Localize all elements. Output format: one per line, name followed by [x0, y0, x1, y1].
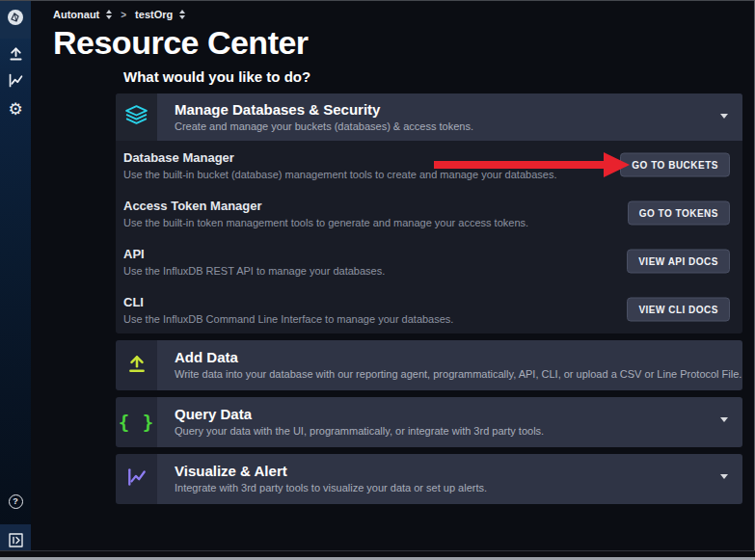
page-title: Resource Center — [53, 23, 755, 62]
section-header-main: Manage Databases & Security Create and m… — [157, 93, 742, 141]
section-icon-cell — [116, 93, 157, 141]
go-to-buckets-button[interactable]: GO TO BUCKETS — [620, 153, 730, 177]
row-title: CLI — [123, 295, 598, 309]
red-arrow-shaft — [434, 161, 604, 169]
window-bottom-edge — [0, 550, 755, 560]
project-switcher-icon[interactable] — [179, 10, 185, 19]
breadcrumb-org[interactable]: Autonaut — [53, 9, 99, 20]
app-window: ⚙ ? Autonaut > testOrg Resource Center — [0, 0, 755, 560]
section-title: Query Data — [175, 406, 714, 423]
question-heading: What would you like to do? — [123, 68, 742, 85]
row-cli: CLI Use the InfluxDB Command Line Interf… — [116, 285, 742, 333]
upload-icon — [8, 45, 24, 66]
section-manage-databases: Manage Databases & Security Create and m… — [116, 93, 742, 333]
window-top-edge — [0, 0, 755, 1]
section-subtitle: Create and manage your buckets (database… — [175, 120, 714, 132]
row-description: Use the InfluxDB Command Line Interface … — [123, 313, 598, 325]
section-query-data[interactable]: { } Query Data Query your data with the … — [116, 397, 742, 447]
org-switcher-icon[interactable] — [106, 10, 112, 19]
help-icon: ? — [9, 494, 23, 509]
row-title: Access Token Manager — [123, 199, 598, 213]
layers-icon — [124, 105, 148, 129]
feedback-icon — [9, 533, 23, 551]
chevron-down-icon[interactable] — [720, 114, 728, 119]
braces-icon: { } — [119, 412, 154, 433]
graph-icon — [8, 72, 24, 93]
upload-icon — [126, 353, 148, 378]
section-subtitle: Write data into your database with our r… — [175, 368, 742, 380]
row-database-manager: Database Manager Use the built-in bucket… — [116, 141, 742, 189]
row-api: API Use the InfluxDB REST API to manage … — [116, 237, 742, 285]
section-icon-cell: { } — [116, 397, 157, 447]
section-header-main: Query Data Query your data with the UI, … — [157, 397, 742, 447]
chart-icon — [126, 467, 148, 492]
gear-icon: ⚙ — [8, 101, 22, 118]
section-body: Database Manager Use the built-in bucket… — [116, 141, 742, 333]
resource-center: What would you like to do? — [116, 68, 742, 504]
nav-sidebar: ⚙ ? — [0, 0, 31, 560]
breadcrumb: Autonaut > testOrg — [31, 0, 755, 20]
influxdb-logo-icon — [7, 9, 24, 30]
section-icon-cell — [116, 454, 157, 504]
row-description: Use the built-in token management tools … — [123, 217, 598, 228]
view-api-docs-button[interactable]: VIEW API DOCS — [627, 250, 730, 274]
red-arrow-annotation — [434, 152, 630, 177]
chevron-down-icon[interactable] — [720, 417, 728, 422]
sidebar-item-help[interactable]: ? — [5, 492, 26, 511]
section-title: Manage Databases & Security — [175, 101, 714, 119]
section-subtitle: Integrate with 3rd party tools to visual… — [175, 482, 714, 493]
row-title: API — [123, 247, 598, 261]
section-title: Visualize & Alert — [175, 463, 714, 480]
row-access-token-manager: Access Token Manager Use the built-in to… — [116, 189, 742, 237]
main-content: Autonaut > testOrg Resource Center What … — [31, 0, 755, 560]
chevron-down-icon[interactable] — [720, 474, 728, 479]
breadcrumb-separator-icon: > — [121, 10, 126, 20]
go-to-tokens-button[interactable]: GO TO TOKENS — [628, 201, 730, 226]
section-visualize-alert[interactable]: Visualize & Alert Integrate with 3rd par… — [116, 454, 742, 504]
sidebar-item-load-data[interactable] — [5, 47, 26, 64]
view-cli-docs-button[interactable]: VIEW CLI DOCS — [627, 298, 730, 322]
section-header-main: Visualize & Alert Integrate with 3rd par… — [157, 454, 742, 504]
section-subtitle: Query your data with the UI, programmati… — [175, 425, 714, 437]
sidebar-item-data-explorer[interactable] — [5, 74, 26, 91]
sidebar-item-settings[interactable]: ⚙ — [5, 101, 26, 118]
red-arrow-head — [604, 152, 630, 177]
section-add-data[interactable]: Add Data Write data into your database w… — [116, 340, 742, 390]
influxdb-logo-button[interactable] — [0, 0, 31, 39]
sidebar-nav: ⚙ — [5, 47, 26, 118]
section-header-manage-databases[interactable]: Manage Databases & Security Create and m… — [116, 93, 742, 141]
section-icon-cell — [116, 340, 157, 390]
breadcrumb-project[interactable]: testOrg — [135, 9, 173, 20]
section-header-main: Add Data Write data into your database w… — [157, 340, 742, 390]
row-description: Use the InfluxDB REST API to manage your… — [123, 265, 598, 277]
section-title: Add Data — [175, 349, 742, 366]
